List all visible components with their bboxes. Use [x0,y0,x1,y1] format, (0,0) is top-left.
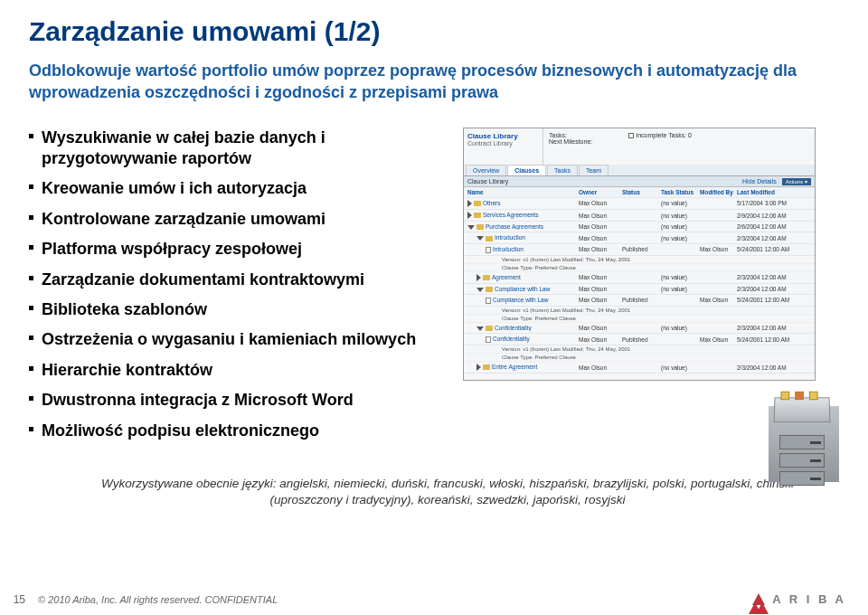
expand-icon[interactable] [476,364,481,371]
hide-details-link[interactable]: Hide Details [742,178,777,184]
cell-owner: Max Olson [579,200,619,206]
row-name: Purchase Agreements [467,223,576,230]
logo-text: A R I B A [772,592,846,606]
row-name: Introduction [467,246,576,253]
cell-owner: Max Olson [579,297,619,303]
section-label: Clause Library [467,178,508,184]
expand-icon[interactable] [476,274,481,281]
bullet-item: Hierarchie kontraktów [29,360,454,390]
bullet-item: Platforma współpracy zespołowej [29,239,454,269]
row-name: Compliance with Law [467,297,576,304]
cell-moddate: 2/3/2004 12:00 AM [737,274,800,280]
table-row[interactable]: ConfidentialityMax OlsonPublishedMax Ols… [464,334,815,345]
bullet-item: Kontrolowane zarządzanie umowami [29,209,454,239]
cell-owner: Max Olson [579,336,619,343]
cell-moddate: 2/3/2004 12:00 AM [737,325,800,331]
row-subline: Version: v1 (frozen) Last Modified: Thu,… [464,307,815,315]
cell-owner: Max Olson [579,235,619,241]
cell-task: (no value) [661,286,697,292]
table-row[interactable]: AgreementMax Olson(no value)2/3/2004 12:… [464,272,815,284]
doc-icon [486,336,491,343]
cell-status: Published [622,246,658,252]
row-name: Agreement [467,274,576,281]
row-subline: Version: v1 (frozen) Last Modified: Thu,… [464,345,815,354]
row-name: Services Agreements [467,212,576,219]
bullet-list: Wyszukiwanie w całej bazie danych i przy… [29,128,454,450]
cell-modby: Max Olson [700,336,734,343]
row-name: Confidentiality [467,325,576,331]
cell-moddate: 5/17/2004 3:00 PM [737,200,800,206]
row-name: Confidentiality [467,336,576,343]
col-owner: Owner [579,189,619,195]
cell-owner: Max Olson [579,325,619,331]
file-cabinet-illustration [767,399,841,482]
tab-clauses[interactable]: Clauses [507,165,546,175]
cell-moddate: 2/6/2004 12:00 AM [737,223,800,230]
actions-button[interactable]: Actions ▾ [782,178,811,185]
cell-owner: Max Olson [579,246,619,252]
cell-task: (no value) [661,364,697,371]
col-name: Name [467,189,576,195]
doc-icon [486,247,491,253]
table-row[interactable]: OthersMax Olson(no value)5/17/2004 3:00 … [464,198,815,210]
row-name: Others [467,200,576,207]
cell-status: Published [622,336,658,343]
milestone-label: Next Milestone: [549,138,592,145]
cell-moddate: 5/24/2001 12:00 AM [737,297,800,303]
expand-icon[interactable] [467,225,475,230]
row-subline: Clause Type: Preferred Clause [464,264,815,272]
incomplete-tasks: Incomplete Tasks: 0 [636,132,692,138]
table-row[interactable]: Compliance with LawMax OlsonPublishedMax… [464,295,815,307]
doc-icon [486,298,491,304]
slide-title: Zarządzanie umowami (1/2) [29,16,839,47]
folder-icon [476,224,484,230]
row-name: Compliance with Law [467,286,576,292]
library-subtitle: Contract Library [467,140,539,147]
cell-task: (no value) [661,325,697,331]
cell-moddate: 2/3/2004 12:00 AM [737,364,800,371]
cell-moddate: 2/3/2004 12:00 AM [737,235,800,241]
expand-icon[interactable] [467,212,472,219]
row-subline: Version: v1 (frozen) Last Modified: Thu,… [464,256,815,264]
col-status: Status [622,189,658,195]
expand-icon[interactable] [476,236,484,241]
col-task: Task Status [661,189,697,195]
tab-overview[interactable]: Overview [466,165,506,175]
bullet-item: Kreowanie umów i ich autoryzacja [29,178,454,208]
bullet-item: Możliwość podpisu elektronicznego [29,421,454,450]
expand-icon[interactable] [476,326,484,331]
table-row[interactable]: IntroductionMax OlsonPublishedMax Olson5… [464,244,815,256]
incomplete-checkbox-icon [628,133,634,138]
tasks-label: Tasks: [549,132,567,138]
bullet-item: Zarządzanie dokumentami kontraktowymi [29,270,454,299]
cell-moddate: 5/24/2001 12:00 AM [737,336,800,343]
folder-icon [483,275,490,280]
expand-icon[interactable] [476,288,484,292]
row-subline: Clause Type: Preferred Clause [464,354,815,362]
app-screenshot: Clause Library Contract Library Tasks: N… [463,128,816,381]
languages-note: Wykorzystywane obecnie języki: angielski… [29,450,839,508]
cell-task: (no value) [661,235,697,241]
tab-team[interactable]: Team [579,165,609,175]
table-row[interactable]: Services AgreementsMax Olson(no value)2/… [464,210,815,222]
table-row[interactable]: Purchase AgreementsMax Olson(no value)2/… [464,222,815,232]
expand-icon[interactable] [467,200,472,207]
page-number: 15 [5,593,25,606]
footer: 15 © 2010 Ariba, Inc. All rights reserve… [0,592,868,606]
table-row[interactable]: Compliance with LawMax Olson(no value)2/… [464,284,815,295]
tab-tasks[interactable]: Tasks [547,165,578,175]
table-row[interactable]: ConfidentialityMax Olson(no value)2/3/20… [464,323,815,334]
cell-moddate: 5/24/2001 12:00 AM [737,246,800,252]
col-modby: Modified By [700,189,734,195]
slide-subtitle: Odblokowuje wartość portfolio umów poprz… [29,60,807,104]
cell-owner: Max Olson [579,223,619,230]
table-row[interactable]: IntroductionMax Olson(no value)2/3/2004 … [464,232,815,243]
cell-owner: Max Olson [579,286,619,292]
table-row[interactable]: Entire AgreementMax Olson(no value)2/3/2… [464,362,815,374]
folder-icon [486,326,493,331]
folder-icon [483,364,490,370]
cell-modby: Max Olson [700,246,734,252]
cell-owner: Max Olson [579,213,619,219]
bullet-item: Wyszukiwanie w całej bazie danych i przy… [29,128,454,179]
cell-moddate: 2/9/2004 12:00 AM [737,213,800,219]
